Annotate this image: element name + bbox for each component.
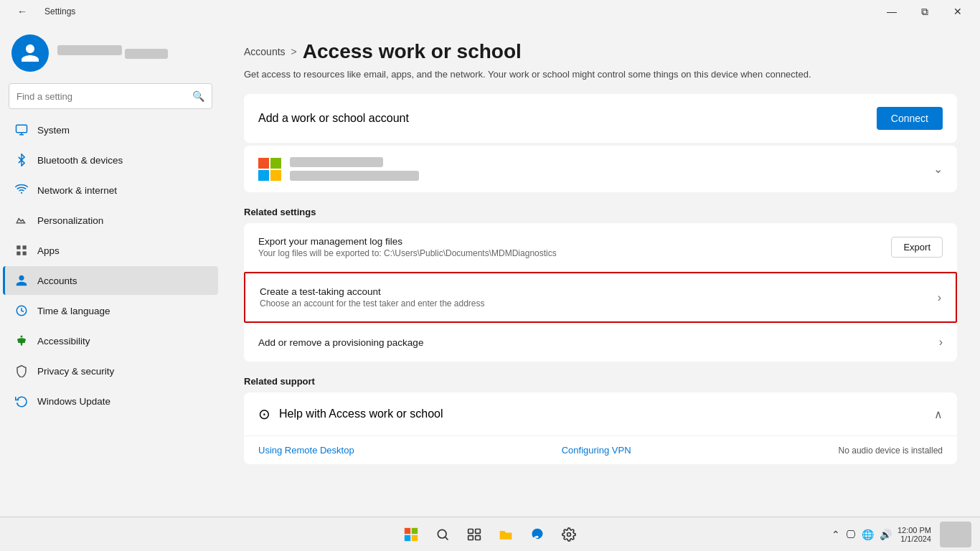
test-account-title: Create a test-taking account xyxy=(260,286,485,297)
clock[interactable]: 12:00 PM 1/1/2024 xyxy=(897,526,931,543)
start-button[interactable] xyxy=(397,520,425,549)
titlebar-controls: — ⧉ ✕ xyxy=(875,0,974,23)
help-chevron-up: ∧ xyxy=(934,408,943,421)
test-account-row[interactable]: Create a test-taking account Choose an a… xyxy=(244,272,957,323)
search-input[interactable] xyxy=(17,91,192,102)
breadcrumb: Accounts > Access work or school xyxy=(244,40,957,63)
network-icon xyxy=(14,183,29,197)
help-row-inner: ⊙ Help with Access work or school xyxy=(258,405,443,423)
titlebar: ← Settings — ⧉ ✕ xyxy=(0,0,980,23)
svg-line-15 xyxy=(446,537,448,540)
edge-button[interactable] xyxy=(523,520,552,549)
svg-rect-13 xyxy=(412,534,418,540)
svg-rect-19 xyxy=(476,535,481,540)
taskbar-center xyxy=(397,520,583,549)
remote-desktop-link[interactable]: Using Remote Desktop xyxy=(258,445,354,456)
svg-rect-17 xyxy=(476,529,481,533)
ms-logo-red xyxy=(258,158,269,169)
taskbar-search-button[interactable] xyxy=(428,520,457,549)
svg-rect-5 xyxy=(23,245,27,249)
svg-point-3 xyxy=(21,192,22,194)
provisioning-text: Add or remove a provisioning package xyxy=(258,337,423,348)
sidebar-item-update-label: Windows Update xyxy=(37,396,110,407)
sidebar-item-accounts[interactable]: Accounts xyxy=(3,266,218,295)
svg-rect-0 xyxy=(17,125,27,133)
export-log-subtitle: Your log files will be exported to: C:\U… xyxy=(258,248,557,258)
bluetooth-icon xyxy=(14,153,29,167)
apps-icon xyxy=(14,243,29,258)
audio-icon[interactable]: 🔊 xyxy=(880,529,892,540)
update-icon xyxy=(14,394,29,408)
add-account-label: Add a work or school account xyxy=(258,112,409,125)
sidebar-item-privacy[interactable]: Privacy & security xyxy=(3,357,218,385)
sidebar-item-update[interactable]: Windows Update xyxy=(3,387,218,415)
svg-rect-12 xyxy=(405,534,410,540)
file-explorer-button[interactable] xyxy=(491,520,520,549)
help-links-row: Using Remote Desktop Configuring VPN No … xyxy=(244,436,957,464)
minimize-button[interactable]: — xyxy=(875,0,908,23)
sidebar-item-personalization[interactable]: Personalization xyxy=(3,206,218,235)
ms-account-email-blurred xyxy=(290,171,419,181)
taskview-button[interactable] xyxy=(460,520,489,549)
export-button[interactable]: Export xyxy=(891,237,943,258)
sidebar-item-system[interactable]: System xyxy=(3,116,218,144)
taskbar-right: ⌃ 🖵 🌐 🔊 12:00 PM 1/1/2024 xyxy=(831,522,971,547)
sidebar-item-privacy-label: Privacy & security xyxy=(37,366,114,377)
add-account-row: Add a work or school account Connect xyxy=(244,94,957,143)
back-button[interactable]: ← xyxy=(6,0,39,23)
search-icon: 🔍 xyxy=(192,90,204,102)
help-icon: ⊙ xyxy=(258,405,270,423)
sidebar-item-bluetooth[interactable]: Bluetooth & devices xyxy=(3,146,218,174)
personalization-icon xyxy=(14,213,29,227)
network-tray-icon[interactable]: 🌐 xyxy=(862,529,874,540)
related-support-label: Related support xyxy=(244,376,957,387)
taskbar: ⌃ 🖵 🌐 🔊 12:00 PM 1/1/2024 xyxy=(0,517,980,551)
configuring-vpn-link[interactable]: Configuring VPN xyxy=(562,445,631,456)
chevron-up-tray[interactable]: ⌃ xyxy=(831,529,840,540)
user-name-blurred xyxy=(57,45,122,55)
ms-account-card: ⌄ xyxy=(244,146,957,192)
maximize-button[interactable]: ⧉ xyxy=(908,0,941,23)
provisioning-chevron: › xyxy=(939,336,943,349)
search-box[interactable]: 🔍 xyxy=(9,83,212,109)
svg-rect-11 xyxy=(412,527,418,533)
ms-logo-blue xyxy=(258,170,269,181)
sidebar-item-network[interactable]: Network & internet xyxy=(3,176,218,204)
svg-rect-6 xyxy=(17,252,20,255)
accounts-icon xyxy=(14,273,29,288)
sidebar-item-accounts-label: Accounts xyxy=(37,276,77,286)
sidebar-item-network-label: Network & internet xyxy=(37,185,117,196)
display-icon[interactable]: 🖵 xyxy=(846,529,856,540)
connect-button[interactable]: Connect xyxy=(877,107,943,130)
related-support-card: ⊙ Help with Access work or school ∧ Usin… xyxy=(244,392,957,464)
sidebar-item-time[interactable]: Time & language xyxy=(3,296,218,325)
export-log-title: Export your management log files xyxy=(258,236,557,247)
main-content: Accounts > Access work or school Get acc… xyxy=(221,23,980,517)
provisioning-title: Add or remove a provisioning package xyxy=(258,337,423,348)
sidebar-item-personalization-label: Personalization xyxy=(37,215,103,226)
test-account-text: Create a test-taking account Choose an a… xyxy=(260,286,485,309)
ms-account-chevron-down: ⌄ xyxy=(933,162,943,176)
titlebar-title: Settings xyxy=(44,6,75,17)
ms-account-row[interactable]: ⌄ xyxy=(244,146,957,192)
help-row[interactable]: ⊙ Help with Access work or school ∧ xyxy=(244,392,957,436)
close-button[interactable]: ✕ xyxy=(941,0,974,23)
export-log-text: Export your management log files Your lo… xyxy=(258,236,557,258)
svg-rect-4 xyxy=(17,245,20,249)
notification-area[interactable] xyxy=(940,522,971,547)
add-account-card: Add a work or school account Connect xyxy=(244,94,957,143)
avatar xyxy=(11,34,49,72)
taskbar-settings-button[interactable] xyxy=(555,520,583,549)
privacy-icon xyxy=(14,364,29,378)
provisioning-row[interactable]: Add or remove a provisioning package › xyxy=(244,323,957,362)
svg-point-9 xyxy=(21,336,23,338)
sidebar-item-apps[interactable]: Apps xyxy=(3,236,218,265)
svg-rect-7 xyxy=(23,252,27,255)
no-audio-msg: No audio device is installed xyxy=(839,446,943,456)
breadcrumb-separator: > xyxy=(291,46,297,57)
svg-point-20 xyxy=(567,532,571,536)
sidebar-item-accessibility[interactable]: Accessibility xyxy=(3,326,218,355)
help-title: Help with Access work or school xyxy=(279,408,443,420)
sidebar-item-accessibility-label: Accessibility xyxy=(37,336,90,347)
test-account-chevron: › xyxy=(938,291,941,304)
